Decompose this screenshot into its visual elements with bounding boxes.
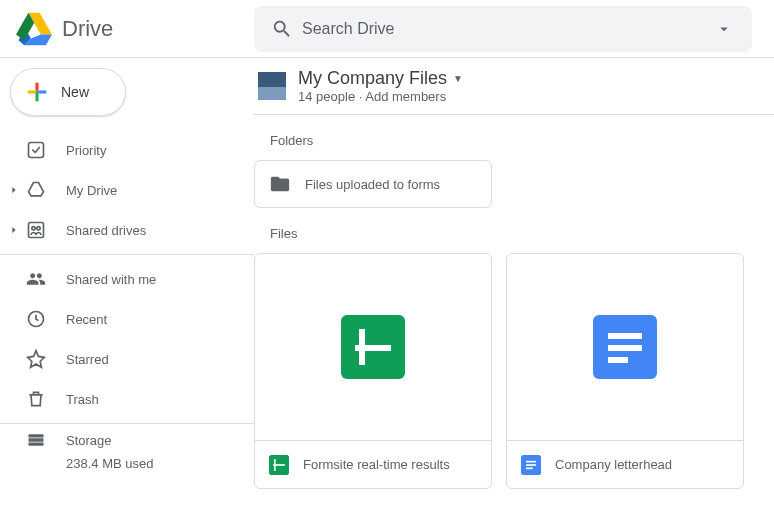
svg-rect-14 — [608, 357, 628, 363]
trash-icon — [24, 387, 48, 411]
breadcrumb-title-button[interactable]: My Company Files ▼ — [298, 68, 463, 89]
storage-icon — [24, 428, 48, 452]
new-button-label: New — [61, 84, 89, 100]
sidebar-item-priority[interactable]: Priority — [0, 130, 254, 170]
dropdown-triangle-icon: ▼ — [453, 73, 463, 84]
priority-icon — [24, 138, 48, 162]
file-name: Formsite real-time results — [303, 457, 450, 472]
svg-rect-17 — [526, 464, 536, 466]
sidebar-label-my-drive: My Drive — [66, 183, 117, 198]
clock-icon — [24, 307, 48, 331]
add-members-link[interactable]: Add members — [365, 89, 446, 104]
breadcrumb-subtitle: 14 people · Add members — [298, 89, 463, 104]
sheets-large-icon — [341, 315, 405, 379]
search-icon — [271, 18, 293, 40]
svg-rect-10 — [273, 464, 285, 466]
app-header: Drive — [0, 0, 774, 58]
app-name: Drive — [62, 16, 113, 42]
search-bar — [254, 6, 752, 52]
folders-section-label: Folders — [270, 133, 774, 148]
folder-icon — [269, 173, 291, 195]
file-preview — [255, 254, 491, 440]
member-count: 14 people — [298, 89, 355, 104]
storage-used: 238.4 MB used — [0, 456, 254, 471]
drive-thumbnail — [258, 72, 286, 100]
sidebar: New Priority My Drive — [0, 58, 254, 530]
file-name: Company letterhead — [555, 457, 672, 472]
sidebar-item-trash[interactable]: Trash — [0, 379, 254, 419]
sidebar-label-starred: Starred — [66, 352, 109, 367]
sidebar-item-storage[interactable]: Storage — [0, 428, 254, 452]
breadcrumb-title: My Company Files — [298, 68, 447, 89]
sidebar-item-my-drive[interactable]: My Drive — [0, 170, 254, 210]
storage-label: Storage — [66, 433, 112, 448]
search-options-button[interactable] — [704, 9, 744, 49]
divider — [0, 423, 254, 424]
docs-icon — [521, 455, 541, 475]
sidebar-item-shared-drives[interactable]: Shared drives — [0, 210, 254, 250]
svg-point-2 — [32, 227, 35, 230]
svg-rect-16 — [526, 460, 536, 462]
svg-point-3 — [37, 227, 40, 230]
sidebar-label-recent: Recent — [66, 312, 107, 327]
svg-rect-13 — [608, 345, 642, 351]
file-preview — [507, 254, 743, 440]
logo-block[interactable]: Drive — [8, 11, 254, 47]
plus-icon — [23, 78, 51, 106]
svg-rect-7 — [355, 345, 391, 351]
file-card-docs[interactable]: Company letterhead — [506, 253, 744, 489]
files-section-label: Files — [270, 226, 774, 241]
my-drive-icon — [24, 178, 48, 202]
folder-card[interactable]: Files uploaded to forms — [254, 160, 492, 208]
sidebar-item-shared-with-me[interactable]: Shared with me — [0, 259, 254, 299]
expand-icon[interactable] — [4, 225, 24, 235]
breadcrumb-bar: My Company Files ▼ 14 people · Add membe… — [254, 58, 774, 115]
sidebar-item-recent[interactable]: Recent — [0, 299, 254, 339]
people-icon — [24, 267, 48, 291]
search-input[interactable] — [302, 20, 704, 38]
star-icon — [24, 347, 48, 371]
sidebar-label-trash: Trash — [66, 392, 99, 407]
docs-large-icon — [593, 315, 657, 379]
drive-logo-icon — [16, 11, 52, 47]
svg-rect-18 — [526, 467, 533, 469]
svg-rect-1 — [29, 223, 44, 238]
svg-rect-12 — [608, 333, 642, 339]
sidebar-item-starred[interactable]: Starred — [0, 339, 254, 379]
sheets-icon — [269, 455, 289, 475]
expand-icon[interactable] — [4, 185, 24, 195]
main-content: My Company Files ▼ 14 people · Add membe… — [254, 58, 774, 530]
svg-rect-0 — [29, 143, 44, 158]
sidebar-label-shared-with-me: Shared with me — [66, 272, 156, 287]
divider — [0, 254, 254, 255]
sidebar-label-shared-drives: Shared drives — [66, 223, 146, 238]
folder-name: Files uploaded to forms — [305, 177, 440, 192]
search-button[interactable] — [262, 9, 302, 49]
file-card-sheets[interactable]: Formsite real-time results — [254, 253, 492, 489]
sidebar-label-priority: Priority — [66, 143, 106, 158]
new-button[interactable]: New — [10, 68, 126, 116]
shared-drives-icon — [24, 218, 48, 242]
dropdown-triangle-icon — [715, 20, 733, 38]
